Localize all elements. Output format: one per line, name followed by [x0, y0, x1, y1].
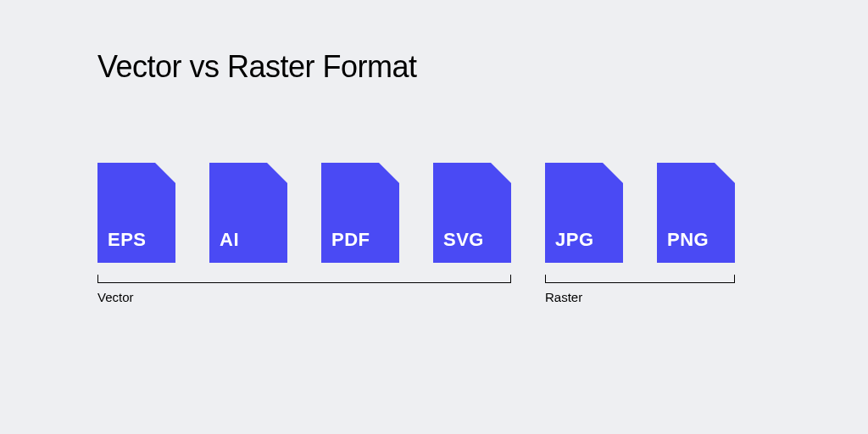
file-icon-png: PNG	[657, 163, 735, 263]
file-label: PNG	[657, 229, 735, 251]
group-vector: EPS AI PDF SVG Vector	[97, 163, 511, 304]
group-raster: JPG PNG Raster	[545, 163, 735, 304]
file-icon-pdf: PDF	[321, 163, 399, 263]
file-label: JPG	[545, 229, 623, 251]
file-icon-eps: EPS	[97, 163, 175, 263]
file-icon-jpg: JPG	[545, 163, 623, 263]
page-title: Vector vs Raster Format	[97, 49, 417, 85]
file-label: AI	[209, 229, 287, 251]
group-label-raster: Raster	[545, 290, 735, 304]
file-set-raster: JPG PNG	[545, 163, 735, 263]
bracket-vector	[97, 275, 511, 283]
file-label: SVG	[433, 229, 511, 251]
file-set-vector: EPS AI PDF SVG	[97, 163, 511, 263]
file-icon-svg: SVG	[433, 163, 511, 263]
group-label-vector: Vector	[97, 290, 511, 304]
file-label: EPS	[97, 229, 175, 251]
icons-row: EPS AI PDF SVG Vector JPG PNG Raster	[97, 163, 735, 304]
bracket-raster	[545, 275, 735, 283]
file-icon-ai: AI	[209, 163, 287, 263]
file-label: PDF	[321, 229, 399, 251]
